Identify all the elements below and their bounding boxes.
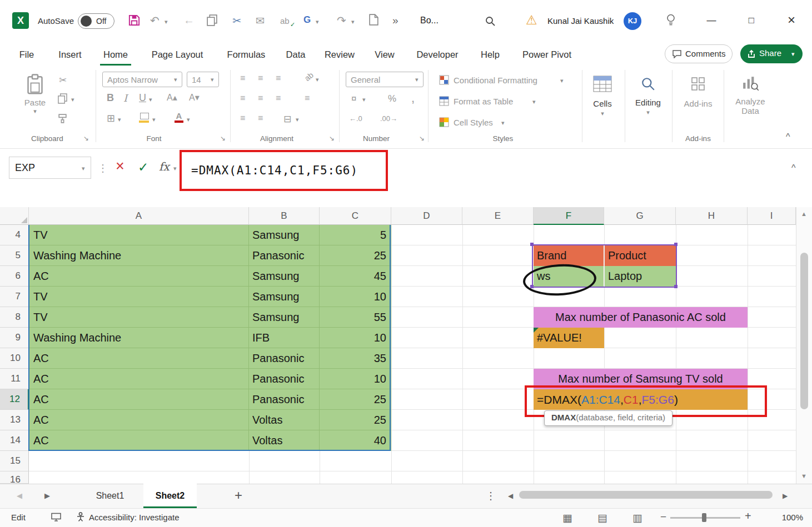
cancel-entry-button[interactable]: × bbox=[116, 158, 124, 175]
qat-overflow-icon[interactable]: » bbox=[392, 14, 398, 27]
align-left-button[interactable]: ≡ bbox=[240, 93, 245, 103]
cut-scissors-icon[interactable]: ✂ bbox=[232, 14, 241, 27]
fill-color-button[interactable] bbox=[139, 112, 150, 123]
horizontal-scroll-thumb[interactable] bbox=[519, 491, 773, 499]
decrease-font-button[interactable]: A▾ bbox=[189, 92, 200, 103]
cell-A10[interactable]: AC bbox=[33, 348, 245, 369]
merge-center-button[interactable]: ⊟ bbox=[283, 113, 291, 125]
cell-B4[interactable]: Samsung bbox=[252, 225, 316, 245]
sheet-nav-right-icon[interactable]: ▶ bbox=[44, 491, 50, 500]
borders-button[interactable]: ⊞ bbox=[107, 112, 115, 124]
number-format-caret-icon[interactable]: ▾ bbox=[415, 77, 419, 83]
name-box-caret-icon[interactable]: ▾ bbox=[82, 165, 85, 172]
align-bottom-button[interactable]: ≡ bbox=[276, 73, 281, 83]
g-caret-icon[interactable]: ▾ bbox=[316, 19, 319, 25]
column-header-F[interactable]: F bbox=[534, 207, 604, 225]
scroll-down-icon[interactable]: ▼ bbox=[801, 473, 807, 479]
accessibility-status[interactable]: Accessibility: Investigate bbox=[89, 513, 180, 522]
number-dialog-launcher[interactable]: ↘ bbox=[419, 134, 425, 142]
comments-button[interactable]: Comments bbox=[665, 44, 733, 63]
row-header-12[interactable]: 12 bbox=[0, 389, 29, 410]
cell-C9[interactable]: 10 bbox=[320, 328, 386, 348]
cell-B8[interactable]: Samsung bbox=[252, 307, 316, 328]
cell-C5[interactable]: 25 bbox=[320, 245, 386, 266]
column-header-I[interactable]: I bbox=[748, 207, 796, 225]
zoom-level[interactable]: 100% bbox=[770, 513, 803, 522]
row-header-14[interactable]: 14 bbox=[0, 430, 29, 451]
accessibility-icon[interactable] bbox=[76, 511, 86, 524]
copy-button[interactable] bbox=[58, 93, 67, 106]
undo-caret-icon[interactable]: ▾ bbox=[165, 19, 168, 25]
cell-A14[interactable]: AC bbox=[33, 430, 245, 451]
borders-caret-icon[interactable]: ▾ bbox=[118, 117, 121, 123]
hscroll-right-icon[interactable]: ▶ bbox=[783, 492, 788, 500]
collapse-ribbon-icon[interactable]: ^ bbox=[786, 132, 790, 142]
user-name[interactable]: Kunal Jai Kaushik bbox=[547, 16, 621, 26]
tab-formulas[interactable]: Formulas bbox=[224, 43, 268, 66]
number-format-select[interactable]: General ▾ bbox=[346, 72, 424, 87]
merge-caret-icon[interactable]: ▾ bbox=[296, 117, 299, 123]
tab-developer[interactable]: Developer bbox=[413, 43, 462, 66]
format-painter-button[interactable] bbox=[58, 113, 67, 126]
tab-file[interactable]: File bbox=[16, 43, 38, 66]
tab-review[interactable]: Review bbox=[322, 43, 357, 66]
view-page-layout-icon[interactable]: ▤ bbox=[597, 511, 607, 524]
cell-B5[interactable]: Panasonic bbox=[252, 245, 316, 266]
cell-A13[interactable]: AC bbox=[33, 410, 245, 430]
cell-C12[interactable]: 25 bbox=[320, 389, 386, 410]
sheet-tab-sheet1[interactable]: Sheet1 bbox=[82, 484, 138, 508]
hscroll-left-icon[interactable]: ◀ bbox=[508, 492, 513, 500]
undo-icon[interactable]: ↶ bbox=[150, 14, 160, 27]
clipboard-dialog-launcher[interactable]: ↘ bbox=[83, 134, 89, 142]
align-top-button[interactable]: ≡ bbox=[240, 73, 245, 83]
cell-C4[interactable]: 5 bbox=[320, 225, 386, 245]
row-header-10[interactable]: 10 bbox=[0, 348, 29, 369]
accounting-format-button[interactable]: ¤ bbox=[351, 93, 356, 104]
expand-formula-bar-icon[interactable]: ^ bbox=[791, 163, 796, 173]
minimize-button[interactable]: — bbox=[699, 10, 724, 31]
tab-home[interactable]: Home bbox=[100, 43, 131, 66]
cell-C6[interactable]: 45 bbox=[320, 266, 386, 287]
cell-A9[interactable]: Washing Machine bbox=[33, 328, 245, 348]
cell-B6[interactable]: Samsung bbox=[252, 266, 316, 287]
formula-bar-grip-icon[interactable]: ⋮ bbox=[98, 162, 108, 174]
redo-caret-icon[interactable]: ▾ bbox=[351, 19, 355, 25]
sheet-bar-more-icon[interactable]: ⋮ bbox=[486, 490, 496, 502]
paste-button[interactable]: Paste ▾ bbox=[19, 71, 51, 130]
tab-insert[interactable]: Insert bbox=[54, 43, 86, 66]
row-header-16[interactable]: 16 bbox=[0, 471, 29, 484]
zoom-in-button[interactable]: + bbox=[745, 510, 751, 523]
autosave-toggle[interactable]: Off bbox=[78, 13, 114, 29]
cell-A4[interactable]: TV bbox=[33, 225, 245, 245]
column-header-G[interactable]: G bbox=[604, 207, 676, 225]
cells-button[interactable]: Cells ▾ bbox=[585, 72, 620, 130]
cell-B13[interactable]: Voltas bbox=[252, 410, 316, 430]
cell-A5[interactable]: Washing Machine bbox=[33, 245, 245, 266]
cell-A12[interactable]: AC bbox=[33, 389, 245, 410]
bold-button[interactable]: B bbox=[107, 92, 114, 104]
share-button[interactable]: Share ▾ bbox=[740, 44, 803, 63]
name-box[interactable]: EXP ▾ bbox=[9, 157, 91, 179]
cell-C8[interactable]: 55 bbox=[320, 307, 386, 328]
cell-C11[interactable]: 10 bbox=[320, 369, 386, 389]
row-header-13[interactable]: 13 bbox=[0, 410, 29, 430]
excel-logo-icon[interactable]: X bbox=[12, 12, 29, 29]
comma-style-button[interactable]: , bbox=[411, 91, 415, 106]
increase-indent-button[interactable]: ≡ bbox=[258, 113, 263, 123]
column-header-A[interactable]: A bbox=[29, 207, 249, 225]
row-header-9[interactable]: 9 bbox=[0, 328, 29, 348]
cell-B7[interactable]: Samsung bbox=[252, 287, 316, 307]
maximize-button[interactable]: □ bbox=[739, 10, 764, 31]
vertical-scroll-thumb[interactable] bbox=[800, 253, 808, 409]
g-icon[interactable]: G bbox=[303, 14, 311, 26]
align-right-button[interactable]: ≡ bbox=[276, 93, 281, 103]
back-icon[interactable]: ← bbox=[183, 14, 195, 27]
row-header-11[interactable]: 11 bbox=[0, 369, 29, 389]
row-header-6[interactable]: 6 bbox=[0, 266, 29, 287]
proofing-icon[interactable]: ab bbox=[280, 16, 290, 26]
cell-A11[interactable]: AC bbox=[33, 369, 245, 389]
cell-B10[interactable]: Panasonic bbox=[252, 348, 316, 369]
column-header-B[interactable]: B bbox=[249, 207, 320, 225]
percent-style-button[interactable]: % bbox=[388, 93, 396, 104]
fill-color-caret-icon[interactable]: ▾ bbox=[152, 117, 156, 123]
